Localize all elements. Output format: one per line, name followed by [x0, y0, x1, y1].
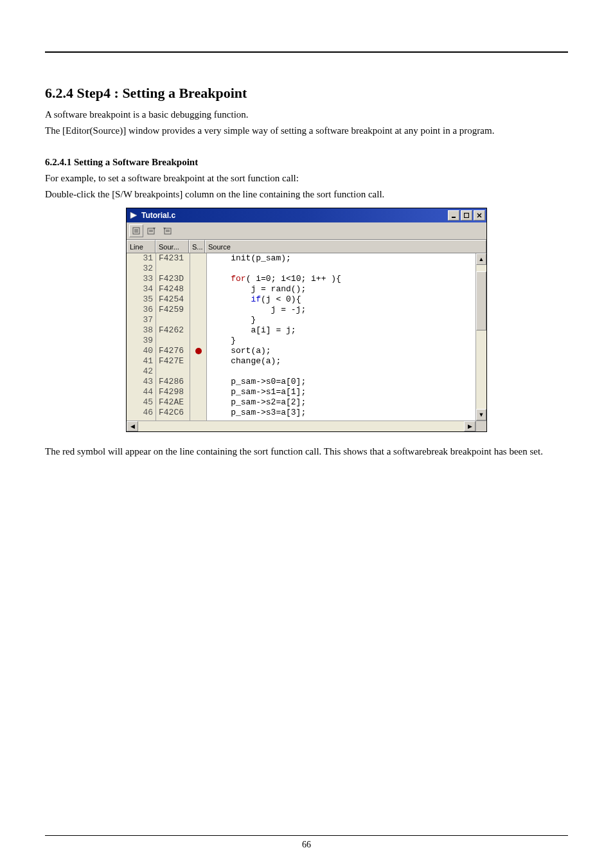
scroll-corner	[475, 421, 486, 431]
breakpoint-cell[interactable]	[190, 336, 206, 346]
breakpoint-cell[interactable]	[190, 305, 206, 315]
section-heading: 6.2.4 Step4 : Setting a Breakpoint	[45, 85, 568, 102]
svg-rect-0	[452, 217, 456, 218]
intro-paragraph-2: The [Editor(Source)] window provides a v…	[45, 124, 568, 138]
breakpoint-cell[interactable]	[190, 397, 206, 408]
grid-body: 31323334353637383940414243444546 F4231F4…	[127, 253, 486, 420]
column-headers: Line Sour... S... Source	[127, 240, 486, 253]
page-number: 66	[302, 840, 311, 849]
source-line[interactable]: j = -j;	[207, 305, 475, 315]
vscroll-track[interactable]	[476, 265, 486, 409]
source-line[interactable]: a[i] = j;	[207, 325, 475, 336]
address-cell: F4259	[156, 305, 190, 315]
address-cell	[156, 264, 190, 274]
hscroll-track[interactable]	[138, 421, 464, 431]
document-icon	[129, 211, 138, 220]
header-line[interactable]: Line	[127, 240, 155, 253]
minimize-button[interactable]	[448, 210, 459, 221]
subsection-heading: 6.2.4.1 Setting a Software Breakpoint	[45, 157, 568, 168]
horizontal-scrollbar[interactable]: ◀ ▶	[127, 420, 486, 431]
scroll-down-button[interactable]: ▼	[476, 409, 486, 420]
line-number: 40	[127, 346, 155, 356]
source-line[interactable]: }	[207, 315, 475, 325]
breakpoint-cell[interactable]	[190, 366, 206, 377]
maximize-button[interactable]	[461, 210, 472, 221]
breakpoint-cell[interactable]	[190, 356, 206, 366]
address-cell: F4298	[156, 387, 190, 397]
header-source[interactable]: Source	[205, 240, 486, 253]
line-number: 38	[127, 325, 155, 336]
source-line[interactable]	[207, 366, 475, 377]
toolbar-btn-3[interactable]	[160, 224, 174, 237]
scroll-right-button[interactable]: ▶	[464, 421, 475, 431]
address-cell: F4248	[156, 284, 190, 294]
line-number: 31	[127, 253, 155, 264]
page-footer: 66	[45, 835, 568, 850]
sub-paragraph-1: For example, to set a software breakpoin…	[45, 172, 568, 185]
source-line[interactable]: p_sam->s1=a[1];	[207, 387, 475, 397]
scroll-left-button[interactable]: ◀	[127, 421, 138, 431]
source-line[interactable]: sort(a);	[207, 346, 475, 356]
line-number: 35	[127, 294, 155, 305]
line-number: 34	[127, 284, 155, 294]
scroll-up-button[interactable]: ▲	[476, 253, 486, 265]
line-number: 37	[127, 315, 155, 325]
vertical-scrollbar[interactable]: ▲ ▼	[475, 253, 486, 420]
breakpoint-cell[interactable]	[190, 346, 206, 356]
source-code-area[interactable]: init(p_sam); for( i=0; i<10; i++ ){ j = …	[207, 253, 475, 420]
toolbar-btn-2[interactable]	[145, 224, 159, 237]
breakpoint-cell[interactable]	[190, 294, 206, 305]
source-line[interactable]: init(p_sam);	[207, 253, 475, 264]
source-line[interactable]: if(j < 0){	[207, 294, 475, 305]
address-cell: F4254	[156, 294, 190, 305]
breakpoint-cell[interactable]	[190, 325, 206, 336]
closing-paragraph: The red symbol will appear on the line c…	[45, 445, 568, 458]
address-cell: F423D	[156, 274, 190, 284]
breakpoint-cell[interactable]	[190, 284, 206, 294]
breakpoint-cell[interactable]	[190, 264, 206, 274]
source-line[interactable]: change(a);	[207, 356, 475, 366]
line-number-column: 31323334353637383940414243444546	[127, 253, 156, 420]
line-number: 44	[127, 387, 155, 397]
line-number: 33	[127, 274, 155, 284]
address-cell: F4286	[156, 377, 190, 387]
editor-window: Tutorial.c	[126, 208, 487, 432]
breakpoint-icon[interactable]	[195, 348, 202, 354]
source-line[interactable]	[207, 264, 475, 274]
header-sw-bp[interactable]: S...	[189, 240, 205, 253]
breakpoint-cell[interactable]	[190, 377, 206, 387]
source-line[interactable]: p_sam->s0=a[0];	[207, 377, 475, 387]
address-cell: F4262	[156, 325, 190, 336]
svg-rect-1	[465, 213, 469, 218]
line-number: 42	[127, 366, 155, 377]
breakpoint-cell[interactable]	[190, 253, 206, 264]
line-number: 36	[127, 305, 155, 315]
address-column: F4231F423DF4248F4254F4259F4262F4276F427E…	[156, 253, 190, 420]
breakpoint-cell[interactable]	[190, 408, 206, 418]
address-cell	[156, 366, 190, 377]
source-line[interactable]: j = rand();	[207, 284, 475, 294]
breakpoint-cell[interactable]	[190, 315, 206, 325]
breakpoint-cell[interactable]	[190, 387, 206, 397]
address-cell	[156, 336, 190, 346]
breakpoint-cell[interactable]	[190, 274, 206, 284]
close-button[interactable]	[474, 210, 485, 221]
sub-paragraph-2: Double-click the [S/W breakpoints] colum…	[45, 188, 568, 201]
breakpoint-column[interactable]	[190, 253, 207, 420]
window-title: Tutorial.c	[141, 211, 175, 220]
source-line[interactable]: p_sam->s3=a[3];	[207, 408, 475, 418]
toolbar-btn-1[interactable]	[129, 224, 143, 237]
address-cell: F4231	[156, 253, 190, 264]
vscroll-thumb[interactable]	[476, 271, 486, 330]
line-number: 41	[127, 356, 155, 366]
address-cell: F42C6	[156, 408, 190, 418]
source-line[interactable]: for( i=0; i<10; i++ ){	[207, 274, 475, 284]
toolbar	[127, 222, 486, 240]
line-number: 43	[127, 377, 155, 387]
address-cell	[156, 315, 190, 325]
line-number: 32	[127, 264, 155, 274]
source-line[interactable]: }	[207, 336, 475, 346]
address-cell: F42AE	[156, 397, 190, 408]
source-line[interactable]: p_sam->s2=a[2];	[207, 397, 475, 408]
header-source-addr[interactable]: Sour...	[155, 240, 189, 253]
